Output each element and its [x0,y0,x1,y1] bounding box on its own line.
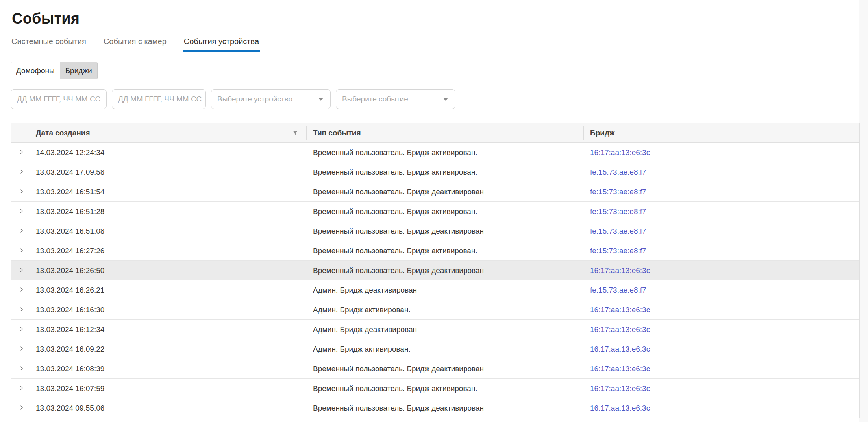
toggle-intercoms-button[interactable]: Домофоны [11,62,60,79]
row-bridge-cell: fe:15:73:ae:e8:f7 [583,241,859,260]
chevron-right-icon[interactable] [19,168,24,177]
table-row[interactable]: 13.03.2024 16:26:21 Админ. Бридж деактив… [11,280,859,300]
row-type-cell: Админ. Бридж активирован. [306,300,583,319]
table-row[interactable]: 13.03.2024 09:55:06 Временный пользовате… [11,398,859,418]
device-select[interactable]: Выберите устройство [211,89,331,109]
table-row[interactable]: 13.03.2024 16:08:39 Временный пользовате… [11,359,859,379]
table-body: 14.03.2024 12:24:34 Временный пользовате… [11,143,859,418]
header-expand-column [11,123,32,142]
row-type-cell: Временный пользователь. Бридж деактивиро… [306,359,583,378]
chevron-right-icon[interactable] [19,384,24,393]
row-date-cell: 13.03.2024 16:26:50 [32,261,306,280]
chevron-right-icon[interactable] [19,148,24,157]
table-row[interactable]: 13.03.2024 16:27:26 Временный пользовате… [11,241,859,261]
filters-row: Выберите устройство Выберите событие [11,89,868,109]
row-bridge-cell: 16:17:aa:13:e6:3c [583,398,859,418]
row-expand-cell[interactable] [11,143,32,162]
table-row[interactable]: 13.03.2024 16:51:08 Временный пользовате… [11,221,859,241]
row-type-cell: Временный пользователь. Бридж деактивиро… [306,261,583,280]
row-type-cell: Админ. Бридж активирован. [306,339,583,359]
row-bridge-cell: fe:15:73:ae:e8:f7 [583,182,859,201]
header-bridge-label: Бридж [590,129,614,137]
header-type-column: Тип события [306,123,583,142]
row-date-cell: 13.03.2024 16:09:22 [32,339,306,359]
bridge-mac-link[interactable]: 16:17:aa:13:e6:3c [590,148,650,157]
event-select[interactable]: Выберите событие [336,89,455,109]
row-expand-cell[interactable] [11,261,32,280]
bridge-mac-link[interactable]: 16:17:aa:13:e6:3c [590,384,650,393]
date-to-input[interactable] [112,89,206,109]
bridge-mac-link[interactable]: fe:15:73:ae:e8:f7 [590,227,646,236]
chevron-right-icon[interactable] [19,207,24,216]
row-expand-cell[interactable] [11,182,32,201]
bridge-mac-link[interactable]: 16:17:aa:13:e6:3c [590,325,650,334]
row-bridge-cell: fe:15:73:ae:e8:f7 [583,221,859,241]
chevron-right-icon[interactable] [19,365,24,373]
bridge-mac-link[interactable]: fe:15:73:ae:e8:f7 [590,188,646,196]
row-expand-cell[interactable] [11,221,32,241]
row-type-cell: Временный пользователь. Бридж активирова… [306,241,583,260]
bridge-mac-link[interactable]: 16:17:aa:13:e6:3c [590,365,650,373]
chevron-right-icon[interactable] [19,404,24,413]
toggle-bridges-button[interactable]: Бриджи [60,62,97,79]
tab-device-events[interactable]: События устройства [183,37,260,52]
header-date-column: Дата создания [32,123,306,142]
chevron-right-icon[interactable] [19,266,24,275]
chevron-right-icon[interactable] [19,306,24,314]
table-row[interactable]: 13.03.2024 16:51:28 Временный пользовате… [11,202,859,221]
row-date-cell: 13.03.2024 16:12:34 [32,320,306,339]
row-expand-cell[interactable] [11,398,32,418]
row-expand-cell[interactable] [11,162,32,182]
row-expand-cell[interactable] [11,300,32,319]
filter-funnel-icon[interactable] [292,130,298,136]
row-type-cell: Админ. Бридж деактивирован [306,280,583,300]
bridge-mac-link[interactable]: fe:15:73:ae:e8:f7 [590,168,646,177]
table-row[interactable]: 13.03.2024 16:12:34 Админ. Бридж деактив… [11,320,859,339]
tab-camera-events[interactable]: События с камер [103,37,167,52]
chevron-right-icon[interactable] [19,345,24,354]
header-bridge-column: Бридж [583,123,859,142]
chevron-right-icon[interactable] [19,325,24,334]
row-type-cell: Временный пользователь. Бридж активирова… [306,202,583,221]
events-tab-bar: Системные события События с камер Событи… [11,37,860,52]
header-date-label: Дата создания [36,129,90,137]
bridge-mac-link[interactable]: 16:17:aa:13:e6:3c [590,345,650,354]
row-bridge-cell: 16:17:aa:13:e6:3c [583,379,859,398]
row-date-cell: 13.03.2024 16:51:54 [32,182,306,201]
row-bridge-cell: fe:15:73:ae:e8:f7 [583,280,859,300]
device-type-toggle: Домофоны Бриджи [11,62,98,79]
chevron-right-icon[interactable] [19,227,24,236]
row-type-cell: Админ. Бридж деактивирован [306,320,583,339]
table-row[interactable]: 13.03.2024 16:51:54 Временный пользовате… [11,182,859,202]
row-date-cell: 13.03.2024 16:16:30 [32,300,306,319]
row-date-cell: 13.03.2024 17:09:58 [32,162,306,182]
row-expand-cell[interactable] [11,339,32,359]
row-expand-cell[interactable] [11,241,32,260]
bridge-mac-link[interactable]: 16:17:aa:13:e6:3c [590,266,650,275]
row-date-cell: 14.03.2024 12:24:34 [32,143,306,162]
bridge-mac-link[interactable]: 16:17:aa:13:e6:3c [590,404,650,413]
row-expand-cell[interactable] [11,320,32,339]
table-row[interactable]: 13.03.2024 17:09:58 Временный пользовате… [11,162,859,182]
bridge-mac-link[interactable]: 16:17:aa:13:e6:3c [590,306,650,314]
row-expand-cell[interactable] [11,359,32,378]
chevron-right-icon[interactable] [19,247,24,255]
table-row[interactable]: 13.03.2024 16:09:22 Админ. Бридж активир… [11,339,859,359]
table-row[interactable]: 13.03.2024 16:07:59 Временный пользовате… [11,379,859,398]
row-expand-cell[interactable] [11,379,32,398]
date-from-input[interactable] [11,89,107,109]
row-date-cell: 13.03.2024 16:26:21 [32,280,306,300]
bridge-mac-link[interactable]: fe:15:73:ae:e8:f7 [590,286,646,295]
tab-system-events[interactable]: Системные события [11,37,87,52]
table-row[interactable]: 14.03.2024 12:24:34 Временный пользовате… [11,143,859,162]
row-bridge-cell: fe:15:73:ae:e8:f7 [583,162,859,182]
row-expand-cell[interactable] [11,280,32,300]
row-expand-cell[interactable] [11,202,32,221]
table-row[interactable]: 13.03.2024 16:26:50 Временный пользовате… [11,261,859,280]
chevron-right-icon[interactable] [19,188,24,196]
bridge-mac-link[interactable]: fe:15:73:ae:e8:f7 [590,207,646,216]
table-row[interactable]: 13.03.2024 16:16:30 Админ. Бридж активир… [11,300,859,320]
chevron-right-icon[interactable] [19,286,24,295]
bridge-mac-link[interactable]: fe:15:73:ae:e8:f7 [590,247,646,255]
row-type-cell: Временный пользователь. Бридж деактивиро… [306,398,583,418]
